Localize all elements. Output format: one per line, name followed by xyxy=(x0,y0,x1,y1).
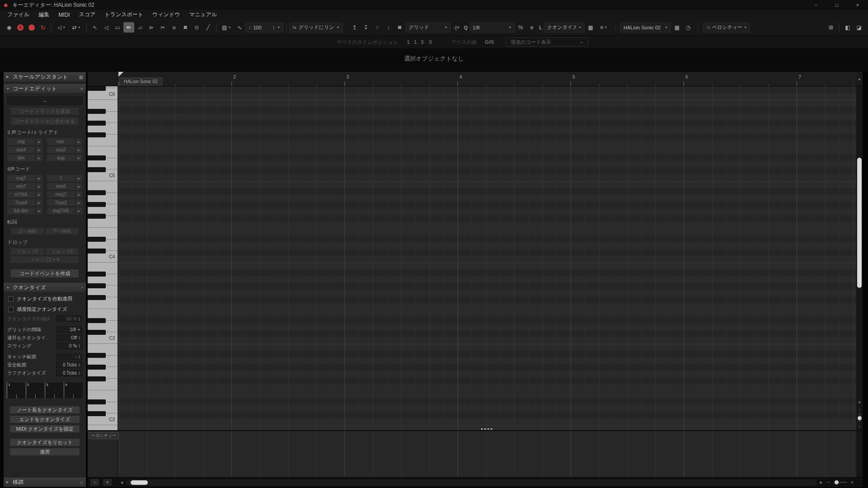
chord-button-min7[interactable]: min7 xyxy=(7,183,35,190)
horizontal-zoom-handle[interactable] xyxy=(835,480,839,484)
piano-key-black[interactable] xyxy=(88,155,106,160)
menu-item-2[interactable]: MIDI xyxy=(54,10,74,19)
chord-options-arrow-button[interactable]: ▶ xyxy=(75,191,82,198)
chord-button-dim[interactable]: dim xyxy=(7,155,35,161)
piano-key-black[interactable] xyxy=(88,353,106,358)
draw-tool-button[interactable]: ✏ xyxy=(123,22,134,33)
chord-button-minj7[interactable]: minj7 xyxy=(47,191,75,198)
line-tool-button[interactable]: ╱ xyxy=(203,22,213,33)
piano-key-black[interactable] xyxy=(88,272,106,277)
zoom-preset-menu-button[interactable]: ▼ xyxy=(103,479,112,486)
snap-toggle-button[interactable]: ✖ xyxy=(394,22,405,33)
timeline-ruler[interactable]: HALion Sonic 02 234567 xyxy=(118,72,856,86)
solo-editor-pin-icon[interactable]: ◉ xyxy=(4,22,14,33)
trim-tool-button[interactable]: ⊳ xyxy=(146,22,157,33)
piano-key-black[interactable] xyxy=(88,214,106,219)
horizontal-zoom-slider[interactable] xyxy=(834,482,847,483)
move-down-button[interactable]: 下へ移動 xyxy=(46,228,79,235)
chord-options-arrow-button[interactable]: ▶ xyxy=(75,175,82,182)
chord-button-7[interactable]: 7 xyxy=(47,175,75,182)
param-field-4[interactable]: -▲▼ xyxy=(56,353,82,360)
menu-item-5[interactable]: ウィンドウ xyxy=(148,10,184,19)
piano-key-black[interactable] xyxy=(88,330,106,335)
param-field-2[interactable]: Off▲▼ xyxy=(56,334,82,341)
chord-options-arrow-button[interactable]: ▶ xyxy=(36,155,42,161)
chord-button-min[interactable]: min. xyxy=(47,138,75,145)
snap-relative-button[interactable]: -|+ xyxy=(451,22,462,33)
param-spinner[interactable]: ▲▼ xyxy=(78,363,80,367)
piano-key-black[interactable] xyxy=(88,237,106,242)
chord-options-arrow-button[interactable]: ▶ xyxy=(36,183,42,190)
time-format-button[interactable]: ◷ xyxy=(683,22,693,33)
scroll-up-button[interactable]: ▲ xyxy=(856,72,863,86)
nudge-start-right-button[interactable]: ↧ xyxy=(360,22,371,33)
add-chord-track-button[interactable]: コードトラックを追加 xyxy=(11,108,79,115)
chord-button-m7b5[interactable]: m7/b5 xyxy=(7,191,35,198)
section-header-transpose[interactable]: ▶ 移調 ♫ xyxy=(4,478,86,487)
chord-options-arrow-button[interactable]: ▶ xyxy=(75,199,82,206)
lower-zone-button[interactable]: ◪ xyxy=(854,22,864,33)
chord-button-fulldim[interactable]: full dim xyxy=(7,207,35,214)
piano-key-black[interactable] xyxy=(88,202,106,207)
chord-button-min6[interactable]: min6 xyxy=(47,183,75,190)
curve-type-button[interactable]: ∿ xyxy=(234,22,245,33)
record-in-editor-button[interactable] xyxy=(26,22,37,33)
section-header-scale-assistant[interactable]: ▶ スケールアシスタント ▦ xyxy=(4,72,86,81)
horizontal-zoom-out-button[interactable]: − xyxy=(826,479,832,486)
range-tool-button[interactable]: ▭ xyxy=(112,22,123,33)
split-tool-button[interactable]: ✂ xyxy=(157,22,168,33)
piano-key-black[interactable] xyxy=(88,376,106,381)
piano-key-black[interactable] xyxy=(88,167,106,172)
link-to-grid-combo[interactable]: ⇆グリッドにリンク▼ xyxy=(289,23,343,33)
vertical-zoom-in-button[interactable]: + xyxy=(856,423,863,430)
chord-button-maj75[interactable]: maj7/#5 xyxy=(47,207,75,214)
chord-button-sus4[interactable]: sus4 xyxy=(7,146,35,153)
reset-quantize-button[interactable]: クオンタイズをリセット xyxy=(10,439,80,446)
horizontal-zoom-in-button[interactable]: + xyxy=(849,479,855,486)
chord-options-arrow-button[interactable]: ▶ xyxy=(36,207,42,214)
chord-button-maj7[interactable]: maj7 xyxy=(7,175,35,182)
transpose-up-button[interactable]: ↑ xyxy=(372,22,382,33)
vertical-zoom-slider[interactable] xyxy=(859,413,860,422)
erase-tool-button[interactable]: ▱ xyxy=(135,22,146,33)
freeze-quantize-button[interactable]: MIDI クオンタイズを固定 xyxy=(10,425,80,432)
grid-type-combo[interactable]: グリッド▼ xyxy=(406,23,451,33)
chord-button-sus2[interactable]: sus2 xyxy=(47,146,75,153)
left-zone-button[interactable]: ◧ xyxy=(842,22,853,33)
move-up-button[interactable]: 上へ移動 xyxy=(11,228,44,235)
length-spinner[interactable]: ▲▼ xyxy=(273,25,275,30)
section-header-chord-editing[interactable]: ▼ コードエディット ≡ xyxy=(4,84,86,93)
vertical-scroll-track[interactable] xyxy=(856,86,863,399)
piano-key-black[interactable] xyxy=(88,318,106,323)
piano-key-black[interactable] xyxy=(88,121,106,126)
chord-options-arrow-button[interactable]: ▶ xyxy=(75,155,82,161)
part-selector-combo[interactable]: HALion Sonic 02▼ xyxy=(620,23,671,33)
lane-resize-handle[interactable] xyxy=(481,428,494,430)
solo-editor-button[interactable]: S xyxy=(15,22,26,33)
apply-quantize-button[interactable]: 適用 xyxy=(10,448,80,455)
piano-key-black[interactable] xyxy=(88,365,106,370)
piano-key-black[interactable] xyxy=(88,249,106,253)
midi-input-button[interactable]: ≡▼ xyxy=(596,22,611,33)
piano-key-black[interactable] xyxy=(88,399,106,404)
piano-key-black[interactable] xyxy=(88,411,106,416)
chord-button-aug[interactable]: aug xyxy=(47,155,75,161)
param-field-6[interactable]: 0 Ticks▲▼ xyxy=(56,370,82,376)
maximize-button[interactable]: □ xyxy=(826,0,847,10)
minimize-button[interactable]: − xyxy=(806,0,826,10)
step-input-button[interactable]: ▩ xyxy=(585,22,596,33)
piano-key-black[interactable] xyxy=(88,132,106,137)
event-colors-combo[interactable]: ◁ベロシティー▼ xyxy=(703,23,750,33)
drop2-button[interactable]: ドロップ2 xyxy=(11,248,44,255)
transpose-down-button[interactable]: ↓ xyxy=(383,22,394,33)
menu-item-4[interactable]: トランスポート xyxy=(100,10,148,19)
piano-key-black[interactable] xyxy=(88,283,106,288)
nudge-start-left-button[interactable]: ↥ xyxy=(349,22,360,33)
chord-options-arrow-button[interactable]: ▶ xyxy=(36,175,42,182)
auto-apply-checkbox[interactable] xyxy=(8,296,14,302)
chord-options-arrow-button[interactable]: ▶ xyxy=(36,146,42,153)
quantize-panel-button[interactable]: e xyxy=(527,22,538,33)
select-tool-button[interactable]: ↖ xyxy=(90,22,100,33)
note-grid[interactable] xyxy=(118,86,856,430)
horizontal-scroll-thumb[interactable] xyxy=(131,480,148,485)
